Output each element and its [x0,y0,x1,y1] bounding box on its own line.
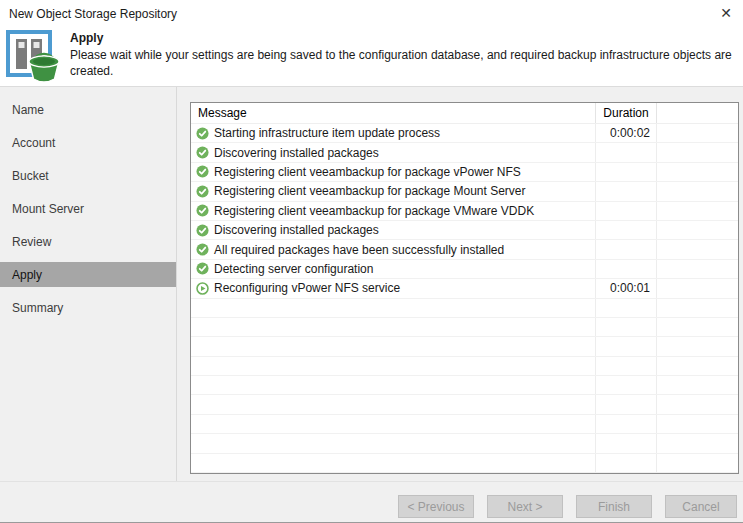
sidebar-step-mount-server[interactable]: Mount Server [0,196,176,221]
table-row[interactable]: Registering client veeambackup for packa… [191,182,738,201]
duration-text [595,182,656,200]
finish-button[interactable]: Finish [576,495,652,518]
success-icon [196,243,209,256]
success-icon [196,204,209,217]
row-spacer-cell [656,240,738,258]
success-icon [196,224,209,237]
sidebar-step-summary[interactable]: Summary [0,295,176,320]
duration-text [595,221,656,239]
table-row[interactable]: Registering client veeambackup for packa… [191,202,738,221]
table-row-empty [191,434,738,453]
sidebar-step-review[interactable]: Review [0,229,176,254]
object-storage-repository-icon [6,30,64,85]
row-spacer-cell [656,279,738,297]
table-header: Message Duration [191,103,738,124]
table-row-empty [191,337,738,356]
row-spacer-cell [656,163,738,181]
row-spacer-cell [656,260,738,278]
window-title: New Object Storage Repository [9,7,177,21]
duration-text [595,240,656,258]
success-icon [196,146,209,159]
table-row[interactable]: Detecting server configuration [191,260,738,279]
duration-text [595,260,656,278]
step-description: Please wait while your settings are bein… [70,47,738,79]
message-text: Registering client veeambackup for packa… [214,165,521,179]
row-spacer-cell [656,182,738,200]
next-button[interactable]: Next > [487,495,563,518]
message-text: Reconfiguring vPower NFS service [214,281,400,295]
sidebar-step-account[interactable]: Account [0,130,176,155]
table-body: Starting infrastructure item update proc… [191,124,738,473]
message-text: Discovering installed packages [214,146,379,160]
sidebar-step-apply[interactable]: Apply [0,262,176,287]
cancel-button[interactable]: Cancel [665,495,737,518]
row-spacer-cell [656,143,738,161]
sidebar-step-bucket[interactable]: Bucket [0,163,176,188]
duration-text: 0:00:01 [595,279,656,297]
column-header-duration[interactable]: Duration [595,103,656,123]
message-text: Registering client veeambackup for packa… [214,204,534,218]
table-row-empty [191,299,738,318]
duration-text: 0:00:02 [595,124,656,142]
column-header-spacer [656,103,738,123]
table-row[interactable]: All required packages have been successf… [191,240,738,259]
table-row-empty [191,376,738,395]
duration-text [595,163,656,181]
message-table: Message Duration Starting infrastructure… [190,102,739,474]
duration-text [595,143,656,161]
new-object-storage-repository-dialog: New Object Storage Repository ✕ Apply Pl… [0,0,743,523]
message-text: Starting infrastructure item update proc… [214,126,440,140]
duration-text [595,202,656,220]
table-row-empty [191,395,738,414]
table-row-empty [191,318,738,337]
table-row-empty [191,415,738,434]
table-row[interactable]: Discovering installed packages [191,143,738,162]
table-row-empty [191,357,738,376]
message-text: Detecting server configuration [214,262,373,276]
success-icon [196,165,209,178]
message-text: Registering client veeambackup for packa… [214,184,526,198]
table-row[interactable]: Starting infrastructure item update proc… [191,124,738,143]
row-spacer-cell [656,202,738,220]
previous-button[interactable]: < Previous [398,495,474,518]
success-icon [196,185,209,198]
sidebar-step-name[interactable]: Name [0,97,176,122]
wizard-steps-sidebar: NameAccountBucketMount ServerReviewApply… [0,87,177,481]
success-icon [196,127,209,140]
table-row[interactable]: Reconfiguring vPower NFS service0:00:01 [191,279,738,298]
wizard-footer: < PreviousNext >FinishCancel [0,481,743,522]
message-text: All required packages have been successf… [214,243,504,257]
wizard-header-banner: Apply Please wait while your settings ar… [0,28,743,87]
row-spacer-cell [656,221,738,239]
message-text: Discovering installed packages [214,223,379,237]
close-icon[interactable]: ✕ [720,4,732,22]
table-row[interactable]: Discovering installed packages [191,221,738,240]
success-icon [196,262,209,275]
title-bar: New Object Storage Repository ✕ [0,0,743,28]
table-row-empty [191,454,738,473]
column-header-message[interactable]: Message [191,103,595,123]
table-row[interactable]: Registering client veeambackup for packa… [191,163,738,182]
step-title: Apply [70,31,103,45]
in-progress-icon [196,282,209,295]
row-spacer-cell [656,124,738,142]
